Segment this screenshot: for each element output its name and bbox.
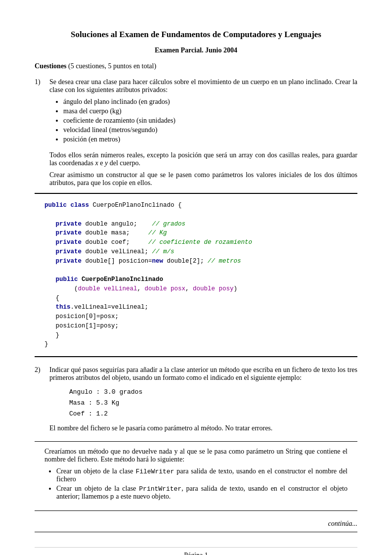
list-item: Crear un objeto de la clase FileWriter p… [56,467,348,483]
item-1-intro: Se desea crear una clase para hacer cálc… [49,78,357,94]
list-item: Crear un objeto de la clase PrintWriter,… [56,485,348,501]
example-line: Coef : 1.2 [69,409,357,419]
example-line: Angulo : 3.0 grados [69,387,357,398]
answer-2-para1: Crearíamos un método que no devuelve nad… [44,448,348,463]
example-block: Angulo : 3.0 grados Masa : 5.3 Kg Coef :… [69,387,357,419]
item-2-intro: Indicar qué pasos seguirías para añadir … [49,366,357,382]
inline-code: p [110,493,114,501]
subtitle: Examen Parcial. Junio 2004 [35,46,357,54]
cuestiones-bold: Cuestiones [35,62,67,70]
item-2-content: Indicar qué pasos seguirías para añadir … [49,366,357,436]
item-1-content: Se desea crear una clase para hacer cálc… [49,78,357,147]
item-number-2: 2) [35,366,45,436]
list-item: posición (en metros) [63,136,357,143]
inline-code: FileWriter [135,468,174,475]
inline-code: PrintWriter [139,485,181,493]
list-item: masa del cuerpo (kg) [63,107,357,115]
item-2-closing: El nombre del fichero se le pasaría como… [49,424,357,432]
list-item: 1) Se desea crear una clase para hacer c… [35,78,357,357]
item-1-para2: Crear asimismo un constructor al que se … [49,171,357,187]
continua-text: continúa... [35,520,357,528]
page-footer: Página 1 [35,547,357,555]
bullet-list-1: ángulo del plano inclinado (en grados) m… [63,98,357,143]
list-item: coeficiente de rozamiento (sin unidades) [63,117,357,125]
list-item: 2) Indicar qué pasos seguirías para añad… [35,366,357,511]
main-title: Soluciones al Examen de Fundamentos de C… [35,30,357,40]
item-number-1: 1) [35,78,45,147]
code-block-1: public class CuerpoEnPlanoInclinado { pr… [35,193,357,357]
cuestiones-label: Cuestiones (5 cuestiones, 5 puntos en to… [35,62,357,70]
main-list: 1) Se desea crear una clase para hacer c… [35,78,357,511]
example-line: Masa : 5.3 Kg [69,398,357,409]
list-item: velocidad lineal (metros/segundo) [63,126,357,134]
answer-2-bullets: Crear un objeto de la clase FileWriter p… [56,467,348,501]
list-item: ángulo del plano inclinado (en grados) [63,98,357,106]
item-1-para1: Todos ellos serán números reales, except… [49,151,357,167]
answer-block-2: Crearíamos un método que no devuelve nad… [35,441,357,511]
